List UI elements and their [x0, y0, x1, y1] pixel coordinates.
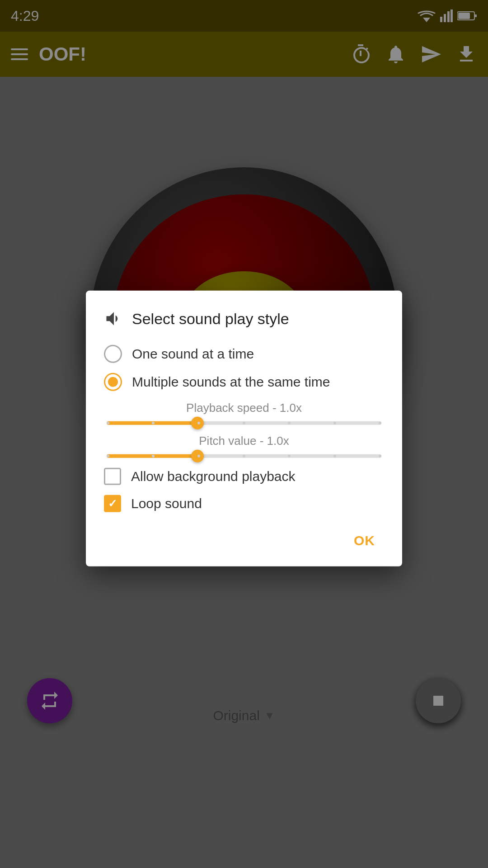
- playback-speed-slider-wrapper[interactable]: [104, 421, 384, 425]
- radio-circle-multiple: [104, 373, 122, 391]
- playback-speed-fill: [107, 421, 197, 425]
- radio-circle-one: [104, 345, 122, 363]
- pitch-value-section: Pitch value - 1.0x: [104, 434, 384, 458]
- checkbox-bg-box: [104, 468, 121, 485]
- dialog-buttons: OK: [104, 528, 384, 553]
- checkbox-bg-label: Allow background playback: [131, 469, 296, 484]
- radio-label-multiple: Multiple sounds at the same time: [132, 374, 330, 390]
- ok-button[interactable]: OK: [345, 528, 384, 553]
- pitch-value-thumb: [191, 450, 204, 462]
- dialog-title-area: Select sound play style: [104, 309, 384, 329]
- checkbox-bg-playback[interactable]: Allow background playback: [104, 468, 384, 485]
- playback-speed-label: Playback speed - 1.0x: [104, 401, 384, 415]
- playback-speed-section: Playback speed - 1.0x: [104, 401, 384, 425]
- playback-speed-track: [107, 421, 381, 425]
- speaker-icon: [104, 309, 124, 329]
- radio-one-sound[interactable]: One sound at a time: [104, 345, 384, 363]
- radio-multiple-sounds[interactable]: Multiple sounds at the same time: [104, 373, 384, 391]
- pitch-value-label: Pitch value - 1.0x: [104, 434, 384, 448]
- checkbox-loop-box: [104, 495, 121, 512]
- sound-play-style-dialog: Select sound play style One sound at a t…: [86, 291, 402, 566]
- dialog-title-text: Select sound play style: [132, 310, 289, 327]
- pitch-value-slider-wrapper[interactable]: [104, 454, 384, 458]
- playback-speed-thumb: [191, 417, 204, 429]
- pitch-value-track: [107, 454, 381, 458]
- pitch-value-fill: [107, 454, 197, 458]
- checkbox-loop-sound[interactable]: Loop sound: [104, 495, 384, 512]
- checkbox-loop-label: Loop sound: [131, 496, 202, 511]
- radio-label-one: One sound at a time: [132, 346, 254, 362]
